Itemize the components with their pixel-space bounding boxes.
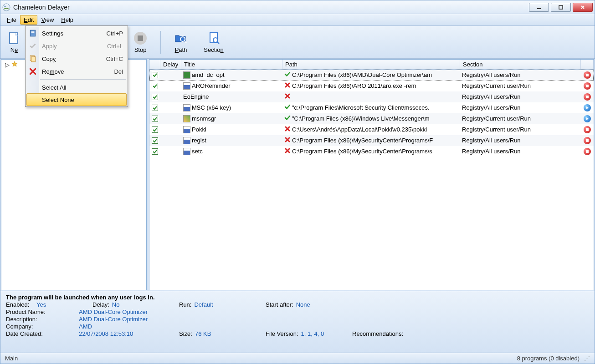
svg-point-1: [5, 5, 6, 7]
close-button[interactable]: [573, 3, 593, 12]
row-checkbox[interactable]: [152, 105, 158, 111]
menubar: File Edit View Help Settings Ctrl+P Appl…: [0, 14, 595, 26]
menu-copy[interactable]: Copy Ctrl+C: [26, 52, 127, 65]
app-file-icon: [183, 126, 190, 133]
check-icon: [29, 42, 37, 50]
menu-apply-label: Apply: [42, 43, 57, 50]
row-path: C:\Users\Andrés\AppData\Local\Pokki\v0.2…: [292, 126, 427, 133]
desc-value[interactable]: AMD Dual-Core Optimizer: [79, 316, 148, 323]
row-title: MSC (x64 key): [192, 104, 231, 111]
table-row[interactable]: PokkiC:\Users\Andrés\AppData\Local\Pokki…: [149, 124, 594, 135]
svg-rect-20: [586, 139, 589, 142]
filever-value[interactable]: 1, 1, 4, 0: [301, 330, 324, 337]
titlebar: Chameleon Delayer: [0, 0, 595, 14]
menu-view[interactable]: View: [37, 15, 57, 25]
row-checkbox[interactable]: [152, 148, 158, 155]
details-panel: The program will be launched when any us…: [0, 291, 595, 353]
date-value[interactable]: 22/07/2008 12:53:10: [79, 330, 165, 337]
svg-rect-17: [586, 85, 589, 87]
app-file-icon: [183, 137, 190, 144]
edit-dropdown: Settings Ctrl+P Apply Ctrl+L Copy Ctrl+C…: [25, 25, 128, 107]
row-checkbox[interactable]: [152, 72, 158, 78]
fail-icon: [284, 147, 291, 155]
table-row[interactable]: setcC:\Program Files (x86)\MySecurityCen…: [149, 146, 594, 157]
fail-icon: [284, 136, 291, 144]
product-label: Product Name:: [6, 308, 46, 315]
start-value[interactable]: None: [296, 301, 310, 308]
menu-select-all[interactable]: Select All: [26, 81, 127, 94]
fail-icon: [284, 126, 291, 133]
row-checkbox[interactable]: [152, 126, 158, 133]
table-row[interactable]: amd_dc_optC:\Program Files (x86)\AMD\Dua…: [149, 70, 594, 81]
stop-icon: [133, 31, 148, 46]
menu-select-none[interactable]: Select None: [26, 93, 127, 106]
status-left: Main: [5, 355, 18, 362]
tool-new[interactable]: Ne: [5, 28, 23, 56]
filever-label: File Version:: [266, 330, 298, 337]
svg-rect-4: [30, 30, 35, 36]
enabled-value[interactable]: Yes: [36, 301, 46, 308]
menu-copy-shortcut: Ctrl+C: [106, 56, 123, 62]
col-check[interactable]: [149, 60, 160, 69]
settings-icon: [29, 29, 37, 37]
col-section[interactable]: Section: [460, 60, 581, 69]
row-title: Pokki: [192, 126, 206, 133]
col-delay[interactable]: Delay: [160, 60, 181, 69]
expand-icon[interactable]: ▷: [5, 61, 10, 68]
status-stop-icon: [584, 148, 591, 155]
row-path: C:\Program Files (x86)\MySecurityCenter\…: [292, 148, 432, 155]
product-value[interactable]: AMD Dual-Core Optimizer: [79, 308, 148, 315]
maximize-button[interactable]: [551, 3, 571, 12]
menu-apply[interactable]: Apply Ctrl+L: [26, 40, 127, 52]
svg-rect-8: [31, 57, 36, 62]
company-value[interactable]: AMD: [79, 323, 92, 330]
col-status[interactable]: [581, 60, 594, 69]
resize-grip-icon[interactable]: ⋰: [584, 355, 590, 362]
col-title[interactable]: Title: [181, 60, 282, 69]
row-path: C:\Program Files (x86)\AMD\Dual-Core Opt…: [292, 71, 432, 78]
delay-value[interactable]: No: [112, 301, 120, 308]
table-row[interactable]: registC:\Program Files (x86)\MySecurityC…: [149, 135, 594, 146]
grid-header: Delay Title Path Section: [149, 60, 594, 70]
table-row[interactable]: MSC (x64 key)"c:\Program Files\Microsoft…: [149, 102, 594, 113]
svg-rect-2: [537, 8, 541, 9]
rec-label: Recommendations:: [352, 330, 403, 337]
minimize-button[interactable]: [529, 3, 549, 12]
menu-select-none-label: Select None: [42, 96, 74, 103]
tool-section[interactable]: Section: [199, 28, 228, 56]
status-stop-icon: [584, 71, 591, 79]
grid-body[interactable]: amd_dc_optC:\Program Files (x86)\AMD\Dua…: [149, 70, 594, 290]
size-value[interactable]: 76 KB: [195, 330, 211, 337]
run-label: Run:: [179, 301, 191, 308]
row-section: Registry/All users/Run: [462, 71, 521, 78]
menu-edit[interactable]: Edit: [20, 15, 37, 25]
doc-search-icon: [206, 31, 221, 46]
start-label: Start after:: [266, 301, 293, 308]
row-section: Registry/All users/Run: [462, 104, 521, 111]
menu-settings-shortcut: Ctrl+P: [107, 30, 123, 37]
status-play-icon: [584, 115, 591, 122]
run-value[interactable]: Default: [194, 301, 213, 308]
row-checkbox[interactable]: [152, 94, 158, 100]
row-checkbox[interactable]: [152, 137, 158, 144]
row-title: setc: [192, 148, 203, 155]
ok-icon: [284, 71, 291, 79]
menu-file[interactable]: File: [3, 15, 20, 25]
status-right: 8 programs (0 disabled): [517, 355, 580, 362]
enabled-label: Enabled:: [6, 301, 29, 308]
row-checkbox[interactable]: [152, 116, 158, 122]
row-checkbox[interactable]: [152, 83, 158, 89]
menu-settings[interactable]: Settings Ctrl+P: [26, 27, 127, 40]
tool-stop-label: Stop: [134, 46, 147, 53]
menu-help[interactable]: Help: [57, 15, 77, 25]
menu-remove[interactable]: Remove Del: [26, 65, 127, 78]
table-row[interactable]: EoEngineRegistry/All users/Run: [149, 91, 594, 102]
tool-path[interactable]: Path: [166, 28, 195, 56]
ok-icon: [284, 115, 291, 122]
table-row[interactable]: msnmsgr"C:\Program Files (x86)\Windows L…: [149, 113, 594, 124]
tool-stop[interactable]: Stop: [126, 28, 155, 56]
star-icon: [11, 61, 18, 69]
table-row[interactable]: AROReminderC:\Program Files (x86)\ARO 20…: [149, 81, 594, 91]
svg-rect-19: [586, 128, 589, 131]
col-path[interactable]: Path: [282, 60, 460, 69]
